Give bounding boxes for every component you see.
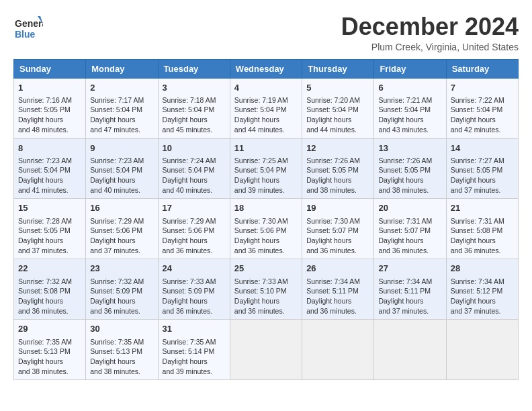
day-info: Sunrise: 7:35 AM Sunset: 5:13 PM Dayligh… bbox=[90, 337, 153, 377]
day-number: 23 bbox=[90, 263, 153, 275]
day-number: 12 bbox=[306, 142, 369, 154]
calendar-day-17: 17 Sunrise: 7:29 AM Sunset: 5:06 PM Dayl… bbox=[158, 199, 230, 259]
title-block: December 2024 Plum Creek, Virginia, Unit… bbox=[341, 13, 519, 52]
calendar-day-30: 30 Sunrise: 7:35 AM Sunset: 5:13 PM Dayl… bbox=[86, 320, 158, 380]
day-info: Sunrise: 7:17 AM Sunset: 5:04 PM Dayligh… bbox=[90, 95, 153, 135]
day-number: 31 bbox=[163, 323, 226, 335]
day-number: 13 bbox=[378, 142, 441, 154]
calendar-day-3: 3 Sunrise: 7:18 AM Sunset: 5:04 PM Dayli… bbox=[158, 78, 230, 138]
day-info: Sunrise: 7:23 AM Sunset: 5:04 PM Dayligh… bbox=[18, 156, 81, 195]
calendar-day-19: 19 Sunrise: 7:30 AM Sunset: 5:07 PM Dayl… bbox=[302, 199, 374, 259]
calendar-day-28: 28 Sunrise: 7:34 AM Sunset: 5:12 PM Dayl… bbox=[446, 259, 518, 320]
day-number: 9 bbox=[90, 142, 153, 154]
calendar-day-7: 7 Sunrise: 7:22 AM Sunset: 5:04 PM Dayli… bbox=[446, 78, 518, 138]
day-number: 16 bbox=[90, 202, 153, 214]
day-info: Sunrise: 7:20 AM Sunset: 5:04 PM Dayligh… bbox=[306, 95, 369, 135]
day-number: 3 bbox=[163, 82, 226, 94]
col-header-friday: Friday bbox=[374, 59, 446, 78]
col-header-tuesday: Tuesday bbox=[158, 59, 230, 78]
calendar-day-11: 11 Sunrise: 7:25 AM Sunset: 5:04 PM Dayl… bbox=[230, 138, 302, 199]
day-number: 25 bbox=[234, 263, 298, 275]
calendar-day-13: 13 Sunrise: 7:26 AM Sunset: 5:05 PM Dayl… bbox=[374, 138, 446, 199]
day-number: 2 bbox=[90, 82, 153, 94]
calendar-empty bbox=[374, 320, 446, 380]
svg-text:General: General bbox=[15, 18, 43, 29]
calendar-day-23: 23 Sunrise: 7:32 AM Sunset: 5:09 PM Dayl… bbox=[86, 259, 158, 320]
col-header-wednesday: Wednesday bbox=[230, 59, 302, 78]
day-info: Sunrise: 7:30 AM Sunset: 5:06 PM Dayligh… bbox=[234, 216, 298, 256]
day-number: 17 bbox=[163, 202, 226, 214]
day-number: 7 bbox=[451, 82, 514, 94]
day-info: Sunrise: 7:32 AM Sunset: 5:09 PM Dayligh… bbox=[90, 277, 153, 316]
day-number: 8 bbox=[18, 142, 81, 154]
day-number: 28 bbox=[451, 263, 514, 275]
calendar-day-10: 10 Sunrise: 7:24 AM Sunset: 5:04 PM Dayl… bbox=[158, 138, 230, 199]
day-number: 21 bbox=[451, 202, 514, 214]
day-info: Sunrise: 7:34 AM Sunset: 5:12 PM Dayligh… bbox=[451, 277, 514, 316]
calendar-day-14: 14 Sunrise: 7:27 AM Sunset: 5:05 PM Dayl… bbox=[446, 138, 518, 199]
calendar-table: SundayMondayTuesdayWednesdayThursdayFrid… bbox=[13, 59, 519, 381]
day-number: 4 bbox=[234, 82, 298, 94]
calendar-day-5: 5 Sunrise: 7:20 AM Sunset: 5:04 PM Dayli… bbox=[302, 78, 374, 138]
col-header-sunday: Sunday bbox=[14, 59, 86, 78]
day-info: Sunrise: 7:29 AM Sunset: 5:06 PM Dayligh… bbox=[163, 216, 226, 256]
day-info: Sunrise: 7:32 AM Sunset: 5:08 PM Dayligh… bbox=[18, 277, 81, 316]
col-header-thursday: Thursday bbox=[302, 59, 374, 78]
month-title: December 2024 bbox=[341, 13, 519, 40]
col-header-saturday: Saturday bbox=[446, 59, 518, 78]
day-number: 20 bbox=[378, 202, 441, 214]
day-info: Sunrise: 7:35 AM Sunset: 5:14 PM Dayligh… bbox=[163, 337, 226, 377]
calendar-day-24: 24 Sunrise: 7:33 AM Sunset: 5:09 PM Dayl… bbox=[158, 259, 230, 320]
calendar-day-6: 6 Sunrise: 7:21 AM Sunset: 5:04 PM Dayli… bbox=[374, 78, 446, 138]
calendar-day-20: 20 Sunrise: 7:31 AM Sunset: 5:07 PM Dayl… bbox=[374, 199, 446, 259]
day-info: Sunrise: 7:18 AM Sunset: 5:04 PM Dayligh… bbox=[163, 95, 226, 135]
day-number: 14 bbox=[451, 142, 514, 154]
calendar-day-15: 15 Sunrise: 7:28 AM Sunset: 5:05 PM Dayl… bbox=[14, 199, 86, 259]
day-number: 10 bbox=[163, 142, 226, 154]
logo-svg: General Blue bbox=[13, 13, 43, 43]
day-info: Sunrise: 7:25 AM Sunset: 5:04 PM Dayligh… bbox=[234, 156, 298, 195]
day-number: 30 bbox=[90, 323, 153, 335]
day-number: 6 bbox=[378, 82, 441, 94]
calendar-day-2: 2 Sunrise: 7:17 AM Sunset: 5:04 PM Dayli… bbox=[86, 78, 158, 138]
day-number: 18 bbox=[234, 202, 298, 214]
day-info: Sunrise: 7:30 AM Sunset: 5:07 PM Dayligh… bbox=[306, 216, 369, 256]
calendar-day-9: 9 Sunrise: 7:23 AM Sunset: 5:04 PM Dayli… bbox=[86, 138, 158, 199]
day-info: Sunrise: 7:33 AM Sunset: 5:09 PM Dayligh… bbox=[163, 277, 226, 316]
day-number: 5 bbox=[306, 82, 369, 94]
day-info: Sunrise: 7:34 AM Sunset: 5:11 PM Dayligh… bbox=[306, 277, 369, 316]
calendar-week-3: 15 Sunrise: 7:28 AM Sunset: 5:05 PM Dayl… bbox=[14, 199, 519, 259]
day-info: Sunrise: 7:31 AM Sunset: 5:08 PM Dayligh… bbox=[451, 216, 514, 256]
calendar-day-16: 16 Sunrise: 7:29 AM Sunset: 5:06 PM Dayl… bbox=[86, 199, 158, 259]
calendar-day-31: 31 Sunrise: 7:35 AM Sunset: 5:14 PM Dayl… bbox=[158, 320, 230, 380]
calendar-day-12: 12 Sunrise: 7:26 AM Sunset: 5:05 PM Dayl… bbox=[302, 138, 374, 199]
day-info: Sunrise: 7:34 AM Sunset: 5:11 PM Dayligh… bbox=[378, 277, 441, 316]
calendar-day-18: 18 Sunrise: 7:30 AM Sunset: 5:06 PM Dayl… bbox=[230, 199, 302, 259]
day-number: 22 bbox=[18, 263, 81, 275]
calendar-day-25: 25 Sunrise: 7:33 AM Sunset: 5:10 PM Dayl… bbox=[230, 259, 302, 320]
calendar-week-5: 29 Sunrise: 7:35 AM Sunset: 5:13 PM Dayl… bbox=[14, 320, 519, 380]
day-number: 1 bbox=[18, 82, 81, 94]
calendar-day-21: 21 Sunrise: 7:31 AM Sunset: 5:08 PM Dayl… bbox=[446, 199, 518, 259]
day-info: Sunrise: 7:27 AM Sunset: 5:05 PM Dayligh… bbox=[451, 156, 514, 195]
calendar-empty bbox=[446, 320, 518, 380]
col-header-monday: Monday bbox=[86, 59, 158, 78]
day-number: 11 bbox=[234, 142, 298, 154]
calendar-day-4: 4 Sunrise: 7:19 AM Sunset: 5:04 PM Dayli… bbox=[230, 78, 302, 138]
calendar-week-4: 22 Sunrise: 7:32 AM Sunset: 5:08 PM Dayl… bbox=[14, 259, 519, 320]
calendar-day-27: 27 Sunrise: 7:34 AM Sunset: 5:11 PM Dayl… bbox=[374, 259, 446, 320]
day-number: 15 bbox=[18, 202, 81, 214]
day-info: Sunrise: 7:21 AM Sunset: 5:04 PM Dayligh… bbox=[378, 95, 441, 135]
day-info: Sunrise: 7:19 AM Sunset: 5:04 PM Dayligh… bbox=[234, 95, 298, 135]
logo: General Blue bbox=[13, 13, 43, 43]
day-info: Sunrise: 7:16 AM Sunset: 5:05 PM Dayligh… bbox=[18, 95, 81, 135]
day-number: 26 bbox=[306, 263, 369, 275]
day-info: Sunrise: 7:22 AM Sunset: 5:04 PM Dayligh… bbox=[451, 95, 514, 135]
location: Plum Creek, Virginia, United States bbox=[341, 42, 519, 52]
day-info: Sunrise: 7:23 AM Sunset: 5:04 PM Dayligh… bbox=[90, 156, 153, 195]
day-number: 27 bbox=[378, 263, 441, 275]
calendar-day-29: 29 Sunrise: 7:35 AM Sunset: 5:13 PM Dayl… bbox=[14, 320, 86, 380]
calendar-week-1: 1 Sunrise: 7:16 AM Sunset: 5:05 PM Dayli… bbox=[14, 78, 519, 138]
day-number: 24 bbox=[163, 263, 226, 275]
day-info: Sunrise: 7:26 AM Sunset: 5:05 PM Dayligh… bbox=[378, 156, 441, 195]
